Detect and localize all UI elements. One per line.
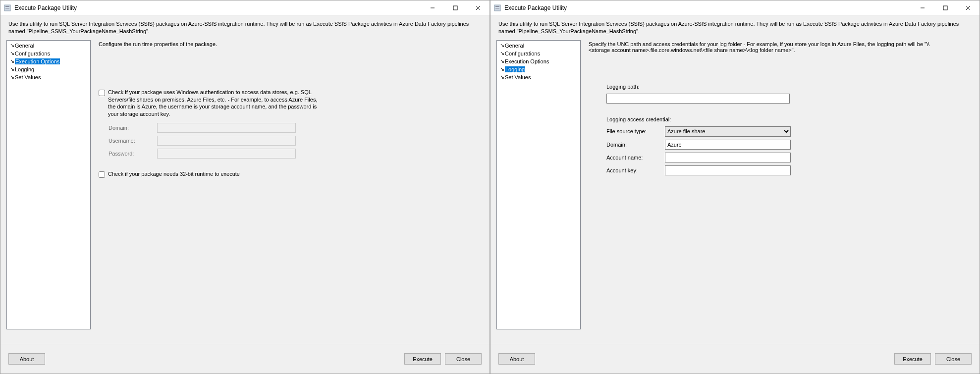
bit32-checkbox-row: Check if your package needs 32-bit runti… [99, 170, 482, 178]
content-panel: Specify the UNC path and access credenti… [587, 40, 974, 344]
account-key-input[interactable] [665, 165, 791, 175]
auth-form: Domain: Username: Password: [109, 123, 482, 159]
maximize-button[interactable] [934, 0, 957, 15]
nav-item-general[interactable]: ↘General [498, 42, 579, 50]
account-key-label: Account key: [606, 167, 661, 173]
nav-item-execution-options[interactable]: ↘Execution Options [8, 57, 89, 65]
logging-domain-input[interactable] [665, 140, 791, 150]
nav-item-configurations[interactable]: ↘Configurations [8, 50, 89, 57]
nav-bullet-icon: ↘ [499, 50, 505, 56]
auth-checkbox[interactable] [99, 90, 105, 96]
password-input [157, 149, 296, 159]
domain-label: Domain: [109, 125, 153, 131]
logging-credential-label: Logging access credential: [606, 116, 972, 122]
app-icon [3, 4, 11, 12]
logging-cred-form: File source type: Azure file share Domai… [606, 126, 972, 175]
auth-checkbox-label: Check if your package uses Windows authe… [108, 89, 326, 118]
close-button[interactable] [467, 0, 490, 15]
execute-button[interactable]: Execute [404, 353, 441, 365]
nav-list[interactable]: ↘General ↘Configurations ↘Execution Opti… [496, 40, 581, 329]
auth-checkbox-row: Check if your package uses Windows authe… [99, 89, 482, 118]
panel-heading: Specify the UNC path and access credenti… [589, 41, 945, 53]
execute-button[interactable]: Execute [894, 353, 931, 365]
window-execution-options: Execute Package Utility Use this utility… [0, 0, 490, 374]
window-controls [911, 0, 980, 15]
password-label: Password: [109, 151, 153, 157]
utility-description: Use this utility to run SQL Server Integ… [490, 15, 980, 40]
svg-line-5 [476, 6, 480, 10]
svg-line-13 [966, 6, 970, 10]
domain-label: Domain: [606, 142, 661, 148]
svg-rect-11 [943, 6, 947, 10]
username-input [157, 136, 296, 146]
about-button[interactable]: About [8, 353, 45, 365]
svg-rect-2 [5, 8, 9, 8]
footer: About Execute Close [490, 344, 980, 374]
nav-item-set-values[interactable]: ↘Set Values [498, 73, 579, 81]
domain-input [157, 123, 296, 133]
file-source-label: File source type: [606, 128, 661, 134]
footer: About Execute Close [0, 344, 490, 374]
svg-line-6 [476, 6, 480, 10]
app-icon [493, 4, 501, 12]
nav-bullet-icon: ↘ [9, 50, 15, 56]
window-logging: Execute Package Utility Use this utility… [490, 0, 980, 374]
nav-bullet-icon: ↘ [499, 58, 505, 64]
bit32-checkbox-label: Check if your package needs 32-bit runti… [108, 170, 240, 178]
titlebar: Execute Package Utility [0, 0, 490, 15]
nav-list[interactable]: ↘General ↘Configurations ↘Execution Opti… [6, 40, 91, 329]
content-panel: Configure the run time properties of the… [97, 40, 484, 344]
username-label: Username: [109, 138, 153, 144]
account-name-input[interactable] [665, 153, 791, 162]
maximize-button[interactable] [444, 0, 467, 15]
nav-bullet-icon: ↘ [9, 42, 15, 49]
logging-path-input[interactable] [606, 94, 790, 104]
nav-bullet-icon: ↘ [9, 66, 15, 72]
nav-item-configurations[interactable]: ↘Configurations [498, 50, 579, 57]
window-controls [421, 0, 490, 15]
window-title: Execute Package Utility [504, 4, 911, 11]
svg-rect-8 [495, 6, 499, 7]
bit32-checkbox[interactable] [99, 171, 105, 178]
nav-item-logging[interactable]: ↘Logging [498, 65, 579, 73]
svg-line-12 [966, 6, 970, 10]
nav-bullet-icon: ↘ [499, 66, 505, 72]
close-dialog-button[interactable]: Close [445, 353, 482, 365]
close-button[interactable] [957, 0, 980, 15]
svg-rect-9 [495, 8, 499, 8]
nav-bullet-icon: ↘ [499, 42, 505, 49]
nav-bullet-icon: ↘ [499, 74, 505, 80]
minimize-button[interactable] [421, 0, 444, 15]
panel-heading: Configure the run time properties of the… [99, 41, 482, 47]
about-button[interactable]: About [498, 353, 535, 365]
nav-item-logging[interactable]: ↘Logging [8, 65, 89, 73]
nav-bullet-icon: ↘ [9, 74, 15, 80]
utility-description: Use this utility to run SQL Server Integ… [0, 15, 490, 40]
account-name-label: Account name: [606, 155, 661, 160]
svg-rect-1 [5, 6, 9, 7]
close-dialog-button[interactable]: Close [935, 353, 972, 365]
titlebar: Execute Package Utility [490, 0, 980, 15]
file-source-select[interactable]: Azure file share [665, 126, 791, 137]
logging-path-label: Logging path: [606, 84, 972, 90]
svg-rect-4 [453, 6, 457, 10]
nav-bullet-icon: ↘ [9, 58, 15, 64]
nav-item-set-values[interactable]: ↘Set Values [8, 73, 89, 81]
window-title: Execute Package Utility [14, 4, 421, 11]
minimize-button[interactable] [911, 0, 934, 15]
nav-item-general[interactable]: ↘General [8, 42, 89, 50]
nav-item-execution-options[interactable]: ↘Execution Options [498, 57, 579, 65]
